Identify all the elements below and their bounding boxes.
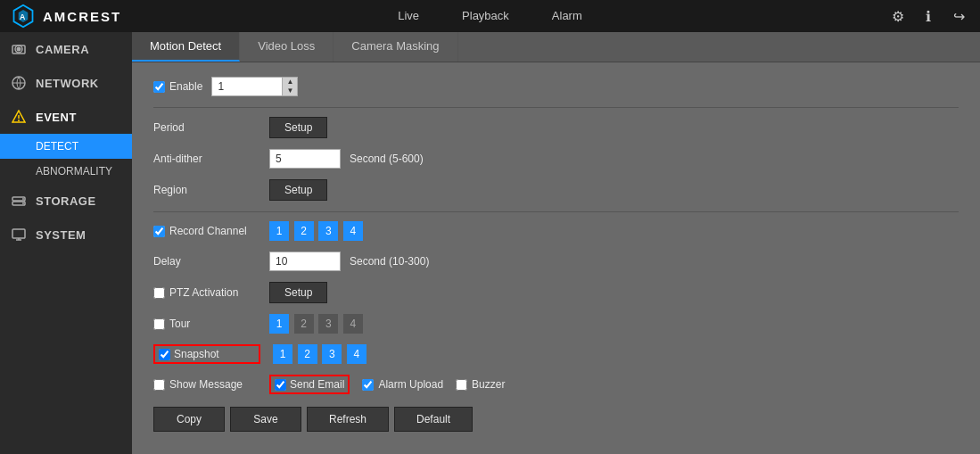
- show-message-label: Show Message: [169, 378, 243, 391]
- storage-icon: [11, 193, 27, 209]
- sidebar-label-event: EVENT: [36, 111, 77, 124]
- nav-alarm[interactable]: Alarm: [531, 0, 604, 32]
- sidebar-label-camera: CAMERA: [36, 43, 89, 56]
- ptz-setup-button[interactable]: Setup: [269, 282, 327, 303]
- tour-label: Tour: [169, 318, 190, 330]
- nav-links: Live Playback Alarm: [376, 0, 604, 32]
- buzzer-checkbox[interactable]: [456, 379, 467, 391]
- tabs-bar: Motion Detect Video Loss Camera Masking: [132, 32, 980, 62]
- tour-checkbox[interactable]: [153, 318, 165, 330]
- info-icon[interactable]: ℹ: [918, 5, 939, 27]
- enable-label: Enable: [169, 80, 202, 93]
- spinner-buttons: ▲ ▼: [283, 77, 298, 96]
- spinner-up[interactable]: ▲: [283, 78, 297, 87]
- snapshot-ch2-button[interactable]: 2: [298, 344, 317, 364]
- brand-logo: A AMCREST: [11, 4, 121, 29]
- sidebar-subitem-abnormality[interactable]: ABNORMALITY: [0, 159, 132, 184]
- tour-ch2-button[interactable]: 2: [294, 314, 314, 334]
- enable-row: Enable ▲ ▼: [153, 77, 959, 96]
- delay-input[interactable]: [269, 252, 341, 271]
- alarm-upload-checkbox[interactable]: [362, 379, 374, 391]
- logout-icon[interactable]: ↪: [948, 5, 969, 27]
- delay-row: Delay Second (10-300): [153, 252, 959, 271]
- tab-camera-masking[interactable]: Camera Masking: [334, 32, 457, 62]
- system-icon: [11, 227, 27, 243]
- bottom-buttons: Copy Save Refresh Default: [153, 407, 959, 432]
- camera-icon: [11, 41, 27, 57]
- default-button[interactable]: Default: [394, 407, 473, 432]
- snapshot-ch1-button[interactable]: 1: [273, 344, 292, 364]
- sidebar-label-storage: STORAGE: [36, 194, 96, 208]
- period-setup-button[interactable]: Setup: [269, 117, 327, 138]
- enable-checkbox[interactable]: [153, 81, 165, 93]
- sidebar-item-storage[interactable]: STORAGE: [0, 184, 132, 218]
- ptz-label: PTZ Activation: [169, 286, 238, 299]
- send-email-checkbox[interactable]: [275, 379, 286, 391]
- record-ch1-button[interactable]: 1: [269, 221, 289, 241]
- tab-motion-detect[interactable]: Motion Detect: [132, 32, 240, 62]
- tour-ch1-button[interactable]: 1: [269, 314, 289, 334]
- divider-1: [153, 107, 959, 108]
- ptz-row: PTZ Activation Setup: [153, 282, 959, 303]
- record-channel-checkbox[interactable]: [153, 226, 165, 237]
- record-ch2-button[interactable]: 2: [294, 221, 314, 241]
- sidebar-item-system[interactable]: SYSTEM: [0, 218, 132, 252]
- send-email-highlight: Send Email: [269, 375, 350, 394]
- tour-ch4-button[interactable]: 4: [343, 314, 363, 334]
- anti-dither-row: Anti-dither Second (5-600): [153, 149, 959, 169]
- alarm-upload-label: Alarm Upload: [378, 378, 443, 391]
- show-message-checkbox[interactable]: [153, 379, 165, 391]
- tour-checkbox-wrap[interactable]: Tour: [153, 318, 260, 330]
- anti-dither-input[interactable]: [269, 149, 341, 169]
- enable-spinner[interactable]: ▲ ▼: [211, 77, 298, 96]
- ptz-checkbox[interactable]: [153, 287, 165, 299]
- network-icon: [11, 75, 27, 91]
- top-nav-icons: ⚙ ℹ ↪: [887, 5, 969, 27]
- record-ch4-button[interactable]: 4: [343, 221, 363, 241]
- region-setup-button[interactable]: Setup: [269, 179, 327, 201]
- sidebar-item-camera[interactable]: CAMERA: [0, 32, 132, 66]
- show-message-wrap[interactable]: Show Message: [153, 378, 260, 391]
- record-channel-label: Record Channel: [169, 225, 247, 237]
- gear-icon[interactable]: ⚙: [887, 5, 909, 27]
- save-button[interactable]: Save: [230, 407, 301, 432]
- brand-name: AMCREST: [43, 9, 121, 24]
- nav-live[interactable]: Live: [376, 0, 441, 32]
- record-channel-checkbox-wrap[interactable]: Record Channel: [153, 225, 260, 237]
- sidebar-label-system: SYSTEM: [36, 228, 86, 242]
- notifications-row: Show Message Send Email Alarm Upload Buz…: [153, 375, 959, 394]
- anti-dither-label: Anti-dither: [153, 153, 260, 165]
- record-channel-row: Record Channel 1 2 3 4: [153, 221, 959, 241]
- snapshot-label: Snapshot: [174, 348, 219, 360]
- record-ch3-button[interactable]: 3: [318, 221, 338, 241]
- spinner-down[interactable]: ▼: [283, 87, 297, 95]
- svg-point-10: [18, 120, 20, 121]
- refresh-button[interactable]: Refresh: [307, 407, 389, 432]
- svg-text:A: A: [20, 12, 27, 21]
- nav-playback[interactable]: Playback: [441, 0, 531, 32]
- sidebar-item-network[interactable]: NETWORK: [0, 66, 132, 100]
- svg-rect-15: [12, 229, 25, 238]
- buzzer-wrap[interactable]: Buzzer: [456, 378, 505, 391]
- record-channel-buttons: 1 2 3 4: [269, 221, 365, 241]
- snapshot-ch4-button[interactable]: 4: [347, 344, 366, 364]
- sidebar-subitem-detect[interactable]: DETECT: [0, 134, 132, 159]
- form-panel: Enable ▲ ▼ Period Setup Anti-dither: [132, 62, 980, 454]
- ptz-checkbox-wrap[interactable]: PTZ Activation: [153, 286, 260, 299]
- region-label: Region: [153, 184, 260, 196]
- tab-video-loss[interactable]: Video Loss: [240, 32, 334, 62]
- snapshot-checkbox[interactable]: [159, 349, 170, 360]
- enable-checkbox-wrap[interactable]: Enable: [153, 80, 202, 93]
- snapshot-buttons: 1 2 3 4: [273, 344, 368, 364]
- snapshot-ch3-button[interactable]: 3: [322, 344, 342, 364]
- tour-ch3-button[interactable]: 3: [318, 314, 338, 334]
- copy-button[interactable]: Copy: [153, 407, 225, 432]
- top-navigation: A AMCREST Live Playback Alarm ⚙ ℹ ↪: [0, 0, 980, 32]
- period-label: Period: [153, 121, 260, 134]
- alarm-upload-wrap[interactable]: Alarm Upload: [362, 378, 443, 391]
- sidebar-item-event[interactable]: EVENT: [0, 100, 132, 134]
- enable-input[interactable]: [211, 77, 283, 96]
- main-layout: CAMERA NETWORK EVENT DETECT ABNORMALITY …: [0, 32, 980, 454]
- event-icon: [11, 109, 27, 125]
- delay-label: Delay: [153, 255, 260, 268]
